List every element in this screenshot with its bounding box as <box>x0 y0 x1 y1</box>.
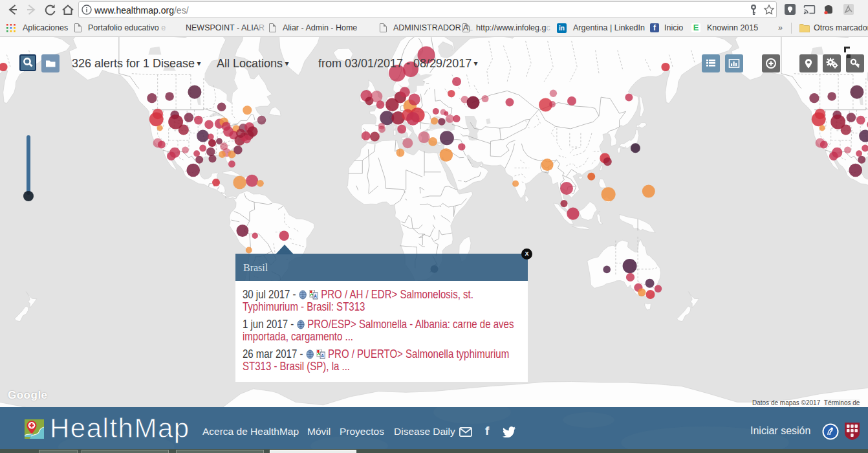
svg-text:A: A <box>321 352 324 359</box>
svg-text:A: A <box>314 293 317 299</box>
